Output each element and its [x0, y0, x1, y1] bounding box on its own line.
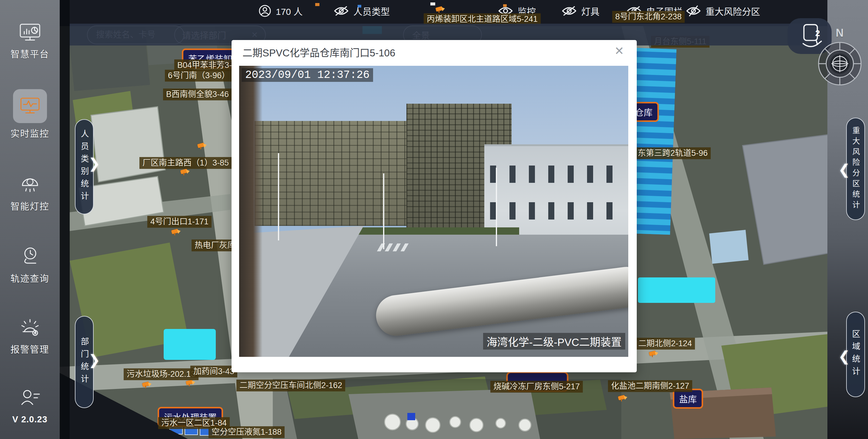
eye-off-icon — [333, 5, 349, 17]
sidebar-item-track-query[interactable]: 轨迹查询 — [10, 245, 50, 284]
app-version: V 2.0.23 — [12, 414, 47, 425]
sidebar-item-smart-lighting[interactable]: 智能灯控 — [10, 173, 50, 212]
camera-3d-icon[interactable] — [649, 350, 659, 357]
toggle-label: 灯具 — [581, 4, 599, 18]
sidebar-nav: 智慧平台 实时监控 智能灯控 轨迹查询 — [0, 0, 60, 439]
toggle-risk-zone[interactable]: 重大风险分区 — [686, 3, 760, 19]
person-count-value: 170 人 — [276, 4, 303, 18]
photo-crosswalk — [377, 243, 409, 251]
sidebar-item-label: 智慧平台 — [10, 47, 50, 60]
map-left-shadow — [60, 0, 70, 439]
camera-3d-icon[interactable] — [181, 169, 191, 175]
toggle-person-type[interactable]: 人员类型 — [333, 3, 390, 19]
sidebar-item-realtime-monitor[interactable]: 实时监控 — [10, 89, 50, 140]
compass[interactable]: N — [815, 27, 865, 89]
map-camera-label[interactable]: 空分空压液氮1-188 — [209, 426, 285, 438]
alarm-management-icon — [17, 316, 44, 339]
eye-off-icon — [561, 5, 577, 17]
expand-arrow-right-icon[interactable]: ❯ — [89, 352, 100, 368]
realtime-monitor-icon — [17, 95, 43, 117]
expand-arrow-left-icon[interactable]: ❮ — [838, 348, 850, 364]
toggle-label: 重大风险分区 — [706, 4, 760, 18]
person-count: 170 人 — [258, 3, 303, 19]
expand-arrow-right-icon[interactable]: ❯ — [89, 155, 100, 172]
active-item-highlight — [13, 89, 47, 123]
photo-foreground-frame — [239, 66, 262, 357]
compass-north-label: N — [815, 27, 865, 39]
photo-timestamp: 2023/09/01 12:37:26 — [242, 68, 373, 82]
sidebar-item-label: 实时监控 — [10, 126, 50, 140]
person-icon — [258, 4, 272, 18]
map-camera-label[interactable]: 二期北侧2-124 — [635, 338, 695, 350]
toggle-label: 人员类型 — [353, 4, 390, 18]
map-camera-label[interactable]: B西南侧全貌3-46 — [163, 89, 232, 100]
map-camera-label[interactable]: 8号门东北角2-238 — [612, 11, 685, 23]
sidebar-item-label: 轨迹查询 — [10, 271, 50, 284]
camera-preview-modal: 二期SPVC化学品仓库南门口5-106 ✕ 2023/09/01 12:37:2… — [231, 40, 637, 372]
track-query-icon — [17, 245, 44, 268]
camera-3d-icon[interactable] — [197, 143, 208, 149]
sidebar-item-label: 智能灯控 — [10, 199, 50, 212]
sidebar-item-smart-platform[interactable]: 智慧平台 — [10, 22, 50, 60]
map-camera-label[interactable]: 加药间3-43 — [190, 365, 237, 377]
map-camera-label[interactable]: 烧碱冷冻厂房东侧5-217 — [490, 381, 583, 392]
close-icon[interactable]: ✕ — [614, 44, 624, 58]
toggle-light[interactable]: 灯具 — [561, 3, 599, 19]
modal-title: 二期SPVC化学品仓库南门口5-106 — [243, 45, 395, 59]
smart-lighting-icon — [17, 173, 44, 196]
compass-dial[interactable] — [815, 39, 864, 88]
person-list-icon — [17, 387, 44, 409]
tab-label: 区域统计 — [850, 329, 862, 379]
camera-snapshot: 2023/09/01 12:37:26 海湾化学-二级-PVC二期装置 — [239, 66, 628, 357]
map-camera-label[interactable]: 4号门出口1-171 — [147, 216, 212, 228]
map-camera-label[interactable]: 东第三跨2轨道5-96 — [634, 147, 711, 159]
map-camera-label[interactable]: 厂区南主路西（1）3-85 — [140, 157, 232, 169]
expand-arrow-left-icon[interactable]: ❮ — [838, 161, 850, 178]
map-camera-label[interactable]: 二期空分空压车间北侧2-162 — [237, 380, 345, 391]
camera-3d-icon[interactable] — [436, 6, 446, 13]
eye-off-icon — [686, 5, 701, 17]
photo-lamp-pole — [383, 173, 384, 249]
photo-watermark: 海湾化学-二级-PVC二期装置 — [483, 333, 625, 350]
sidebar-item-personnel[interactable] — [17, 387, 44, 409]
camera-3d-icon[interactable] — [143, 381, 153, 388]
sidebar-item-alarm-management[interactable]: 报警管理 — [10, 316, 50, 355]
map-camera-label[interactable]: 化盐池二期南侧2-127 — [608, 380, 692, 392]
map-camera-label[interactable]: 6号门南（3-96） — [165, 70, 233, 82]
camera-3d-icon[interactable] — [172, 229, 182, 235]
photo-lamp-pole — [278, 153, 279, 240]
photo-lamp-pole — [496, 168, 497, 246]
photo-plant-structure — [255, 121, 426, 226]
map-camera-label[interactable]: 污水垃圾场-202.13 — [124, 368, 198, 380]
camera-3d-icon[interactable] — [186, 380, 196, 386]
sidebar-item-label: 报警管理 — [10, 342, 50, 355]
smart-platform-icon — [17, 22, 44, 43]
camera-3d-icon[interactable] — [618, 395, 628, 402]
tab-label: 重大风险分区统计 — [850, 126, 861, 211]
